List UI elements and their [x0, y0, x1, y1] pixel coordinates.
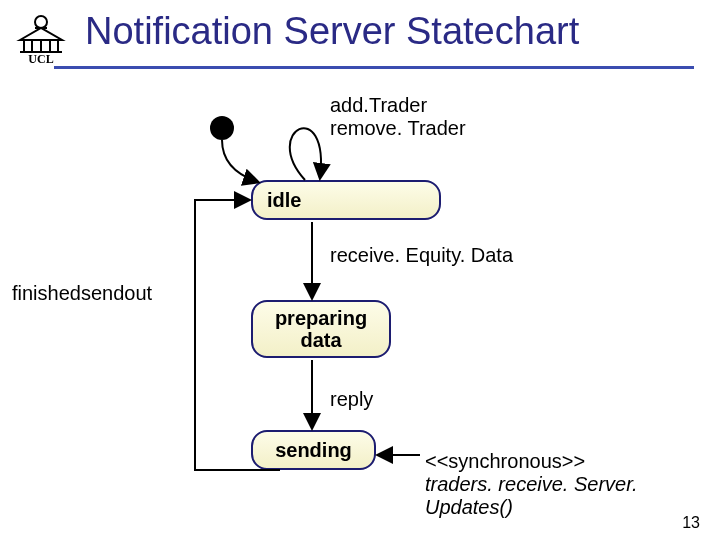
arrow-sending-to-idle	[195, 200, 280, 470]
arrow-initial-to-idle	[222, 140, 258, 182]
arrow-idle-selfloop	[290, 128, 321, 180]
initial-state-dot	[210, 116, 234, 140]
statechart-arrows	[0, 0, 720, 540]
